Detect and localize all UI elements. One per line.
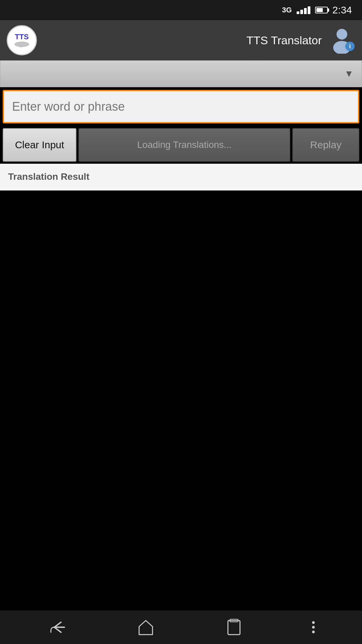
replay-button[interactable]: Replay — [292, 128, 359, 162]
translation-result-area: Translation Result — [0, 164, 362, 191]
home-icon — [136, 617, 156, 637]
logo-text: TTS — [15, 33, 29, 41]
dropdown-arrow-icon: ▼ — [344, 68, 354, 79]
app-title: TTS Translator — [246, 34, 322, 47]
signal-strength-icon — [297, 6, 310, 14]
app-bar: TTS TTS Translator i — [0, 20, 362, 60]
dot-icon — [312, 626, 315, 629]
recents-icon — [224, 617, 244, 637]
loading-translations-button[interactable]: Loading Translations... — [78, 128, 290, 162]
navigation-bar — [0, 610, 362, 644]
svg-point-0 — [14, 42, 29, 47]
time-display: 2:34 — [333, 4, 352, 16]
avatar-icon: i — [328, 27, 355, 54]
clear-input-button[interactable]: Clear Input — [3, 128, 76, 162]
dot-icon — [312, 621, 315, 624]
recents-button[interactable] — [224, 617, 244, 637]
back-button[interactable] — [48, 617, 68, 637]
word-phrase-input[interactable] — [3, 90, 359, 123]
input-area — [0, 87, 362, 126]
svg-text:i: i — [349, 43, 351, 50]
app-logo: TTS — [7, 25, 37, 55]
more-options-button[interactable] — [312, 621, 315, 633]
translation-result-label: Translation Result — [8, 171, 89, 182]
chat-bubble-icon — [13, 41, 30, 47]
svg-marker-1 — [19, 47, 22, 47]
action-button-row: Clear Input Loading Translations... Repl… — [0, 126, 362, 164]
app-title-area: TTS Translator i — [246, 27, 355, 54]
battery-icon — [315, 7, 328, 13]
language-dropdown[interactable]: ▼ — [0, 60, 362, 87]
back-icon — [48, 617, 68, 637]
svg-rect-6 — [228, 621, 240, 635]
home-button[interactable] — [136, 617, 156, 637]
status-bar-right: 3G 2:34 — [282, 4, 352, 16]
status-bar: 3G 2:34 — [0, 0, 362, 20]
svg-point-2 — [337, 29, 347, 40]
user-avatar[interactable]: i — [328, 27, 355, 54]
dot-icon — [312, 631, 315, 633]
signal-3g-label: 3G — [282, 6, 292, 14]
